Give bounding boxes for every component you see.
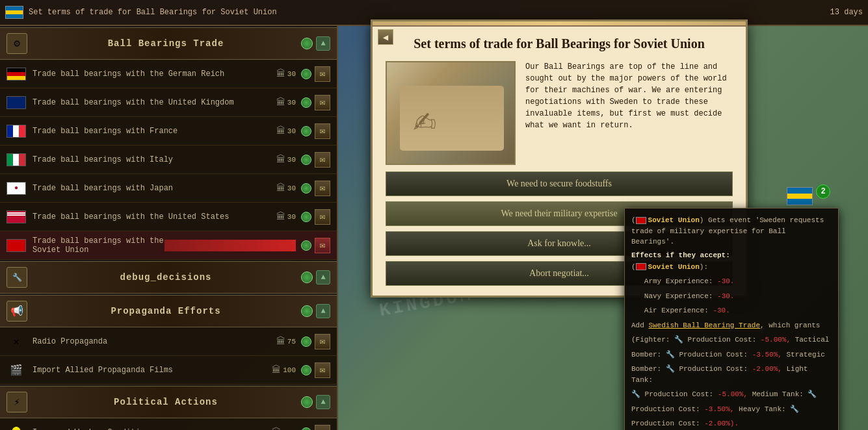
section-collapse-btn[interactable]: ▲ xyxy=(316,270,330,285)
decision-execute-btn[interactable]: ✉ xyxy=(315,238,330,253)
section-collapse-btn[interactable]: ▲ xyxy=(316,395,330,409)
decision-cost: 🏛 30 xyxy=(276,97,296,108)
section-collapse-btn[interactable]: ▲ xyxy=(316,304,330,318)
list-item[interactable]: Trade ball bearings with Italy 🏛 30 ✉ xyxy=(0,145,337,174)
decision-execute-btn[interactable]: ✉ xyxy=(315,181,330,196)
section-header-political: ⚡ Political Actions ▲ xyxy=(0,386,337,418)
soviet-flag xyxy=(7,239,26,252)
decision-cost: 🏛 100 xyxy=(272,365,296,375)
usa-flag xyxy=(7,210,26,223)
tooltip-strat: Bomber: 🔧 Production Cost: -2.00%, Light… xyxy=(631,364,832,385)
section-active-dot xyxy=(301,38,313,49)
section-collapse-btn[interactable]: ▲ xyxy=(316,36,330,51)
decision-cost: 🏛 100 xyxy=(272,427,296,431)
decision-execute-btn[interactable]: ✉ xyxy=(315,425,330,431)
sweden-flag-map xyxy=(787,187,813,205)
list-item[interactable]: Trade ball bearings with the German Reic… xyxy=(0,60,337,88)
decision-execute-btn[interactable]: ✉ xyxy=(315,123,330,139)
cost-icon: 🏛 xyxy=(276,126,285,136)
tooltip-army-exp: Army Experience: -30. xyxy=(631,276,832,287)
decision-label: Improved Worker Conditions xyxy=(33,428,272,431)
decision-label: Radio Propaganda xyxy=(33,337,276,346)
ball-bearings-icon: ⚙ xyxy=(7,33,27,54)
decision-active-dot xyxy=(301,336,311,347)
decision-cost: 🏛 75 xyxy=(276,336,296,347)
cost-icon: 🏛 xyxy=(276,183,285,194)
sweden-badge: 2 xyxy=(816,184,830,199)
decision-active-dot xyxy=(301,126,311,136)
decision-active-dot xyxy=(301,365,311,375)
soviet-progress-bar xyxy=(164,240,296,251)
japan-flag xyxy=(7,182,26,195)
tooltip-fighter: (Fighter: 🔧 Production Cost: -5.00%, Tac… xyxy=(631,335,832,346)
france-flag xyxy=(7,125,26,138)
tooltip-air-exp: Air Experience: -30. xyxy=(631,305,832,316)
propaganda-icon: 📢 xyxy=(7,301,27,322)
decision-cost: 🏛 30 xyxy=(276,183,296,194)
decision-cost: 🏛 30 xyxy=(276,155,296,165)
cost-icon: 🏛 xyxy=(276,336,285,347)
decision-active-dot xyxy=(301,212,311,222)
list-item[interactable]: ✕ Radio Propaganda 🏛 75 ✉ xyxy=(0,327,337,356)
soviet-flag-tooltip2 xyxy=(636,263,646,270)
section-active-dot xyxy=(301,396,313,408)
section-header-debug: 🔧 debug_decisions ▲ xyxy=(0,261,337,294)
tooltip-trigger-text: (Soviet Union) Gets event 'Sweden reques… xyxy=(631,215,832,247)
list-item[interactable]: Trade ball bearings with the Soviet Unio… xyxy=(0,231,337,260)
section-title-ball-bearings: Ball Bearings Trade xyxy=(34,38,298,49)
list-item[interactable]: 👷 Improved Worker Conditions 🏛 100 ✉ xyxy=(0,418,337,430)
cost-icon: 🏛 xyxy=(276,155,285,165)
decision-execute-btn[interactable]: ✉ xyxy=(315,152,330,168)
tooltip-bomber: Bomber: 🔧 Production Cost: -3.50%, Strat… xyxy=(631,349,832,360)
decision-active-dot xyxy=(301,183,311,194)
country-flag xyxy=(5,6,23,19)
popup-image xyxy=(386,61,516,165)
section-title-debug: debug_decisions xyxy=(34,272,298,283)
political-icon: ⚡ xyxy=(7,392,27,412)
decision-execute-btn[interactable]: ✉ xyxy=(315,66,330,82)
decision-label: Import Allied Propaganda Films xyxy=(33,366,272,375)
cost-icon: 🏛 xyxy=(272,427,281,431)
decision-label: Trade ball bearings with France xyxy=(33,127,276,136)
list-item[interactable]: 🎬 Import Allied Propaganda Films 🏛 100 ✉ xyxy=(0,356,337,385)
decision-execute-btn[interactable]: ✉ xyxy=(315,209,330,225)
popup-back-button[interactable]: ◀ xyxy=(378,29,393,45)
popup-body: Our Ball Bearings are top of the line an… xyxy=(386,61,733,165)
decision-execute-btn[interactable]: ✉ xyxy=(315,334,330,349)
list-item[interactable]: Trade ball bearings with the United Stat… xyxy=(0,203,337,231)
tooltip-popup: (Soviet Union) Gets event 'Sweden reques… xyxy=(624,208,839,430)
popup-image-inner xyxy=(387,62,514,164)
list-item[interactable]: Trade ball bearings with the United King… xyxy=(0,88,337,117)
list-item[interactable]: Trade ball bearings with France 🏛 30 ✉ xyxy=(0,117,337,145)
decision-label: Trade ball bearings with the Soviet Unio… xyxy=(33,236,164,255)
decision-active-dot xyxy=(301,69,311,79)
uk-flag xyxy=(7,96,26,109)
italy-flag xyxy=(7,153,26,166)
decision-cost: 🏛 30 xyxy=(276,126,296,136)
top-bar-days: 13 days xyxy=(830,8,863,17)
tooltip-light-tank: 🔧 Production Cost: -5.00%, Medium Tank: … xyxy=(631,389,832,400)
tooltip-effects-title: Effects if they accept: xyxy=(631,251,832,259)
cost-icon: 🏛 xyxy=(276,69,285,79)
decision-active-dot xyxy=(301,427,311,431)
popup-btn-foodstuffs[interactable]: We need to secure foodstuffs xyxy=(386,171,733,196)
cost-icon: 🏛 xyxy=(276,97,285,108)
popup-body-text: Our Ball Bearings are top of the line an… xyxy=(525,61,733,165)
popup-title: Set terms of trade for Ball Bearings for… xyxy=(386,36,733,51)
decision-execute-btn[interactable]: ✉ xyxy=(315,95,330,110)
decision-active-dot xyxy=(301,97,311,108)
decision-execute-btn[interactable]: ✉ xyxy=(315,362,330,378)
section-title-political: Political Actions xyxy=(34,397,298,407)
section-active-dot xyxy=(301,305,313,317)
worker-icon: 👷 xyxy=(7,426,26,431)
top-bar-title: Set terms of trade for Ball Bearings for… xyxy=(29,8,824,17)
section-header-propaganda: 📢 Propaganda Efforts ▲ xyxy=(0,295,337,327)
section-active-dot xyxy=(301,272,313,283)
decision-label: Trade ball bearings with the United Stat… xyxy=(33,212,276,221)
tooltip-heavy-tank: Production Cost: -2.00%). xyxy=(631,418,832,429)
debug-icon: 🔧 xyxy=(7,267,27,288)
list-item[interactable]: Trade ball bearings with Japan 🏛 30 ✉ xyxy=(0,174,337,203)
left-panel: ⚙ Ball Bearings Trade ▲ Trade ball beari… xyxy=(0,26,338,430)
decision-active-dot xyxy=(301,240,311,251)
tooltip-country-line: (Soviet Union): xyxy=(631,262,832,273)
